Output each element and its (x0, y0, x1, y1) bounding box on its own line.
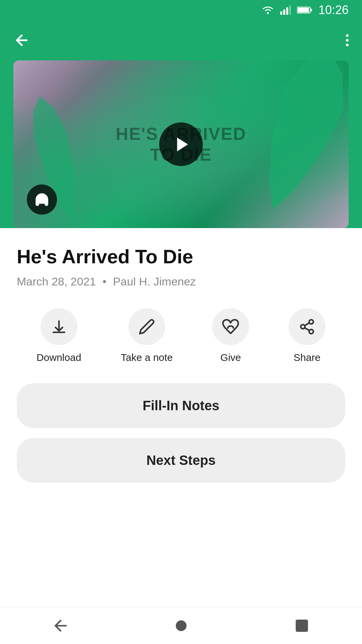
wifi-icon (261, 5, 274, 15)
download-label: Download (37, 352, 81, 363)
give-label: Give (220, 352, 241, 363)
give-action[interactable]: Give (212, 308, 249, 363)
svg-rect-3 (286, 7, 288, 15)
signal-icon (280, 5, 291, 15)
share-label: Share (294, 352, 320, 363)
sermon-title: He's Arrived To Die (17, 245, 345, 268)
take-note-action[interactable]: Take a note (121, 308, 173, 363)
thumbnail-container: HE'S ARRIVED TO DIE (0, 60, 362, 228)
download-button[interactable] (41, 308, 77, 345)
next-steps-button[interactable]: Next Steps (17, 438, 345, 483)
svg-rect-2 (283, 9, 285, 15)
svg-rect-7 (310, 9, 312, 11)
sermon-date: March 28, 2021 (17, 275, 96, 288)
pencil-icon (138, 318, 155, 335)
share-icon (299, 318, 315, 335)
status-icons: 10:26 (261, 3, 349, 17)
status-bar: 10:26 (0, 0, 362, 20)
audio-mode-button[interactable] (27, 184, 57, 215)
take-note-button[interactable] (128, 308, 165, 345)
sermon-meta: March 28, 2021 • Paul H. Jimenez (17, 275, 345, 288)
nav-bar (0, 607, 362, 644)
content-area: He's Arrived To Die March 28, 2021 • Pau… (0, 228, 362, 506)
svg-rect-6 (298, 8, 309, 12)
nav-back-button[interactable] (51, 616, 70, 635)
download-action[interactable]: Download (37, 308, 81, 363)
take-note-label: Take a note (121, 352, 173, 363)
play-button[interactable] (159, 122, 203, 166)
nav-recents-button[interactable] (293, 616, 311, 635)
svg-line-11 (305, 328, 309, 330)
sermon-author: Paul H. Jimenez (113, 275, 196, 288)
svg-rect-4 (289, 5, 291, 15)
share-button[interactable] (289, 308, 325, 345)
meta-separator: • (103, 275, 107, 288)
share-action[interactable]: Share (289, 308, 325, 363)
app-bar (0, 20, 362, 60)
battery-icon (297, 6, 312, 14)
video-thumbnail: HE'S ARRIVED TO DIE (13, 60, 349, 228)
svg-point-0 (267, 12, 269, 14)
svg-rect-14 (296, 620, 308, 632)
give-button[interactable] (212, 308, 249, 345)
svg-point-13 (176, 620, 186, 631)
download-icon (51, 318, 67, 335)
nav-home-button[interactable] (172, 616, 190, 635)
svg-rect-1 (280, 11, 282, 15)
give-icon (222, 318, 239, 335)
more-options-button[interactable] (346, 34, 349, 46)
svg-line-12 (305, 323, 309, 325)
status-time: 10:26 (318, 3, 349, 17)
back-button[interactable] (13, 32, 30, 49)
action-row: Download Take a note Give (17, 308, 345, 363)
fill-in-notes-button[interactable]: Fill-In Notes (17, 383, 345, 428)
